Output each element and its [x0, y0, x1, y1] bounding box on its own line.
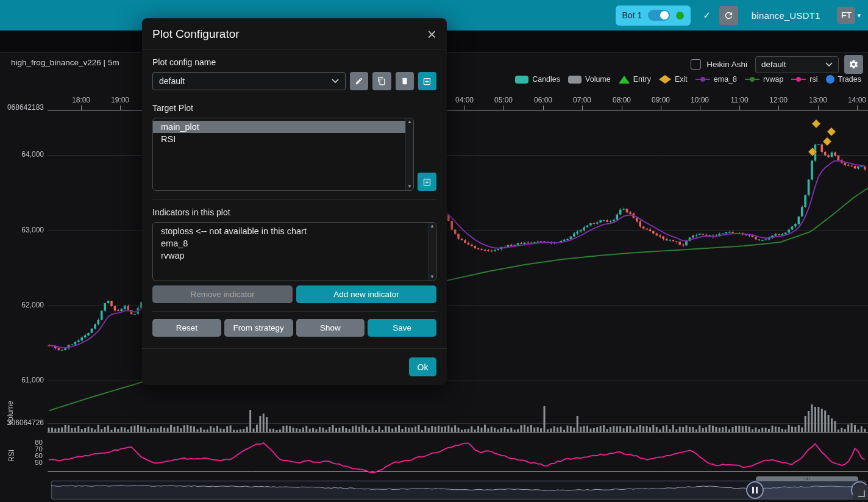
x-axis-label: 12:00: [760, 96, 797, 104]
legend-item-ema_8[interactable]: ema_8: [695, 75, 737, 84]
rename-config-button[interactable]: [350, 72, 368, 90]
plus-square-icon: [422, 77, 432, 86]
heikin-ashi-checkbox[interactable]: [691, 59, 701, 70]
legend-item-trades[interactable]: Trades: [826, 75, 861, 84]
legend-label: rsi: [809, 75, 817, 84]
config-actions-row: Reset From strategy Show Save: [152, 319, 436, 337]
remove-indicator-button[interactable]: Remove indicator: [152, 285, 293, 303]
legend-item-exit[interactable]: Exit: [659, 75, 688, 84]
legend-swatch: [695, 76, 710, 82]
add-config-button[interactable]: [418, 72, 436, 90]
indicator-item[interactable]: rvwap: [153, 249, 428, 262]
legend-swatch: [619, 76, 630, 84]
from-strategy-button[interactable]: From strategy: [224, 319, 293, 337]
legend-label: Candles: [532, 75, 560, 84]
legend-label: Exit: [675, 75, 688, 84]
scroll-down-icon[interactable]: ▼: [407, 184, 412, 189]
legend-swatch: [791, 76, 806, 82]
legend-item-rsi[interactable]: rsi: [791, 75, 817, 84]
datazoom-scrollbar[interactable]: [756, 476, 858, 481]
indicator-item[interactable]: stoploss <-- not available in this chart: [153, 225, 428, 237]
legend-swatch: [826, 75, 834, 84]
exchange-account-label: binance_USDT1: [752, 10, 820, 21]
y-axis-price-label: 63,000: [0, 226, 44, 234]
legend-swatch: [568, 76, 582, 84]
reload-button[interactable]: [719, 6, 738, 25]
target-plot-label: Target Plot: [152, 103, 436, 113]
chart-legend: CandlesVolumeEntryExitema_8rvwaprsiTrade…: [515, 75, 861, 84]
target-plot-scrollbar[interactable]: ▲▼: [405, 118, 413, 190]
bot-selector-badge[interactable]: Bot 1: [616, 5, 691, 26]
reset-button[interactable]: Reset: [152, 319, 221, 337]
bot-online-dot: [676, 12, 684, 20]
y-axis-price-label: 62,000: [0, 301, 44, 309]
x-axis-label: 19:00: [102, 96, 138, 104]
plot-settings-button[interactable]: [844, 55, 863, 74]
copy-icon: [377, 77, 386, 85]
bot-name-label: Bot 1: [622, 10, 642, 20]
scroll-down-icon[interactable]: ▼: [430, 274, 435, 279]
x-axis-label: 18:00: [63, 96, 99, 104]
x-axis-label: 08:00: [603, 96, 640, 104]
target-plot-listbox[interactable]: main_plotRSI ▲▼: [152, 118, 414, 191]
plot-config-value: default: [761, 60, 786, 69]
indicators-scrollbar[interactable]: ▲▼: [428, 223, 436, 281]
chevron-down-icon: [332, 79, 339, 84]
check-icon[interactable]: ✓: [703, 10, 711, 21]
datazoom-left-handle[interactable]: [746, 481, 764, 499]
target-plot-item[interactable]: RSI: [153, 133, 405, 145]
delete-config-button[interactable]: [396, 72, 414, 90]
pencil-icon: [355, 77, 363, 85]
modal-title: Plot Configurator: [152, 27, 240, 41]
indicator-actions-row: Remove indicator Add new indicator: [152, 285, 436, 303]
plot-config-name-label: Plot config name: [152, 57, 436, 67]
add-new-indicator-button[interactable]: Add new indicator: [296, 285, 436, 303]
legend-swatch: [515, 76, 528, 84]
x-axis-label: 11:00: [721, 96, 758, 104]
plot-config-row: default: [152, 72, 436, 90]
close-icon[interactable]: ×: [427, 28, 436, 40]
legend-label: Entry: [633, 75, 651, 84]
gear-icon: [848, 59, 859, 70]
duplicate-config-button[interactable]: [372, 72, 391, 90]
legend-item-candles[interactable]: Candles: [515, 75, 560, 84]
x-axis-label: 13:00: [800, 96, 836, 104]
trash-icon: [400, 77, 409, 85]
plot-config-select-toolbar[interactable]: default: [755, 56, 839, 73]
y-axis-price-label: 64,000: [0, 150, 44, 159]
show-button[interactable]: Show: [296, 319, 365, 337]
plot-config-name-select[interactable]: default: [152, 72, 346, 90]
x-axis-label: 05:00: [485, 96, 522, 104]
x-axis-label: 07:00: [564, 96, 600, 104]
toggle-knob: [660, 11, 669, 20]
y-axis-price-label: 068642183: [0, 103, 44, 112]
legend-label: Volume: [585, 75, 611, 84]
scroll-up-icon[interactable]: ▲: [430, 224, 435, 229]
scroll-up-icon[interactable]: ▲: [407, 120, 412, 124]
plot-configurator-modal: Plot Configurator × Plot config name def…: [142, 18, 447, 385]
ok-button[interactable]: Ok: [409, 357, 436, 376]
user-menu-button[interactable]: FT: [837, 7, 855, 24]
legend-item-volume[interactable]: Volume: [568, 75, 611, 84]
bot-toggle[interactable]: [648, 10, 670, 21]
resize-corner-handle[interactable]: [853, 485, 868, 500]
legend-item-entry[interactable]: Entry: [619, 75, 651, 84]
indicators-listbox[interactable]: stoploss <-- not available in this chart…: [152, 222, 436, 281]
chevron-down-icon[interactable]: ▾: [857, 12, 861, 20]
x-axis-label: 09:00: [642, 96, 679, 104]
chart-title: high_frog_binance_v226 | 5m: [11, 58, 119, 67]
legend-swatch: [659, 75, 671, 84]
x-axis-label: 06:00: [525, 96, 561, 104]
target-plot-row: main_plotRSI ▲▼: [152, 118, 436, 191]
legend-item-rvwap[interactable]: rvwap: [745, 75, 783, 84]
indicator-item[interactable]: ema_8: [153, 237, 428, 249]
target-plot-item[interactable]: main_plot: [153, 121, 405, 133]
x-axis-label: 04:00: [446, 96, 483, 104]
plus-square-icon: [422, 177, 432, 187]
app-root: { "navbar": { "bot_label": "Bot 1", "onl…: [0, 0, 868, 502]
volume-pane-label: Volume: [6, 401, 15, 425]
y-axis-rsi-label: 50: [0, 459, 43, 466]
add-target-plot-button[interactable]: [418, 173, 436, 191]
legend-label: Trades: [838, 75, 861, 84]
save-button[interactable]: Save: [368, 319, 436, 337]
